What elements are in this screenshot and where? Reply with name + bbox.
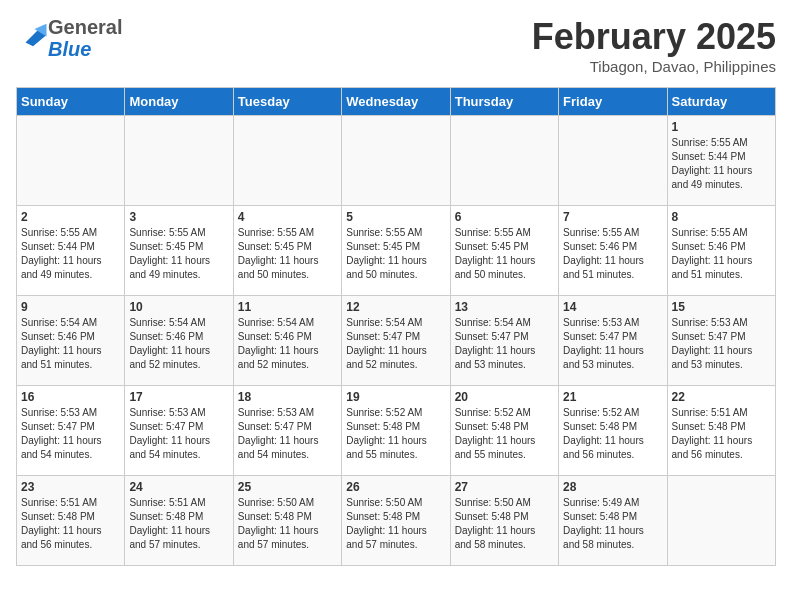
column-header-wednesday: Wednesday bbox=[342, 88, 450, 116]
day-info: Sunrise: 5:53 AM Sunset: 5:47 PM Dayligh… bbox=[21, 406, 120, 462]
logo: General Blue bbox=[16, 16, 122, 60]
day-cell: 17Sunrise: 5:53 AM Sunset: 5:47 PM Dayli… bbox=[125, 386, 233, 476]
column-header-friday: Friday bbox=[559, 88, 667, 116]
day-info: Sunrise: 5:51 AM Sunset: 5:48 PM Dayligh… bbox=[129, 496, 228, 552]
day-cell: 14Sunrise: 5:53 AM Sunset: 5:47 PM Dayli… bbox=[559, 296, 667, 386]
day-number: 25 bbox=[238, 480, 337, 494]
day-info: Sunrise: 5:55 AM Sunset: 5:46 PM Dayligh… bbox=[563, 226, 662, 282]
calendar-header: SundayMondayTuesdayWednesdayThursdayFrid… bbox=[17, 88, 776, 116]
day-number: 7 bbox=[563, 210, 662, 224]
column-header-saturday: Saturday bbox=[667, 88, 775, 116]
day-number: 27 bbox=[455, 480, 554, 494]
day-number: 15 bbox=[672, 300, 771, 314]
day-cell bbox=[125, 116, 233, 206]
day-info: Sunrise: 5:55 AM Sunset: 5:44 PM Dayligh… bbox=[672, 136, 771, 192]
month-title: February 2025 bbox=[532, 16, 776, 58]
day-info: Sunrise: 5:55 AM Sunset: 5:45 PM Dayligh… bbox=[455, 226, 554, 282]
calendar-body: 1Sunrise: 5:55 AM Sunset: 5:44 PM Daylig… bbox=[17, 116, 776, 566]
day-cell bbox=[233, 116, 341, 206]
day-info: Sunrise: 5:50 AM Sunset: 5:48 PM Dayligh… bbox=[238, 496, 337, 552]
day-number: 2 bbox=[21, 210, 120, 224]
day-info: Sunrise: 5:50 AM Sunset: 5:48 PM Dayligh… bbox=[455, 496, 554, 552]
day-cell: 26Sunrise: 5:50 AM Sunset: 5:48 PM Dayli… bbox=[342, 476, 450, 566]
day-info: Sunrise: 5:49 AM Sunset: 5:48 PM Dayligh… bbox=[563, 496, 662, 552]
day-number: 17 bbox=[129, 390, 228, 404]
day-cell: 23Sunrise: 5:51 AM Sunset: 5:48 PM Dayli… bbox=[17, 476, 125, 566]
day-number: 16 bbox=[21, 390, 120, 404]
day-info: Sunrise: 5:51 AM Sunset: 5:48 PM Dayligh… bbox=[672, 406, 771, 462]
day-cell bbox=[17, 116, 125, 206]
day-cell bbox=[342, 116, 450, 206]
day-info: Sunrise: 5:55 AM Sunset: 5:45 PM Dayligh… bbox=[238, 226, 337, 282]
day-number: 13 bbox=[455, 300, 554, 314]
day-cell: 4Sunrise: 5:55 AM Sunset: 5:45 PM Daylig… bbox=[233, 206, 341, 296]
day-cell bbox=[559, 116, 667, 206]
logo-blue: Blue bbox=[48, 38, 91, 60]
day-number: 19 bbox=[346, 390, 445, 404]
day-number: 12 bbox=[346, 300, 445, 314]
day-cell: 3Sunrise: 5:55 AM Sunset: 5:45 PM Daylig… bbox=[125, 206, 233, 296]
day-cell bbox=[667, 476, 775, 566]
day-number: 8 bbox=[672, 210, 771, 224]
day-info: Sunrise: 5:53 AM Sunset: 5:47 PM Dayligh… bbox=[672, 316, 771, 372]
day-cell: 8Sunrise: 5:55 AM Sunset: 5:46 PM Daylig… bbox=[667, 206, 775, 296]
day-info: Sunrise: 5:51 AM Sunset: 5:48 PM Dayligh… bbox=[21, 496, 120, 552]
day-info: Sunrise: 5:52 AM Sunset: 5:48 PM Dayligh… bbox=[563, 406, 662, 462]
day-cell: 19Sunrise: 5:52 AM Sunset: 5:48 PM Dayli… bbox=[342, 386, 450, 476]
day-info: Sunrise: 5:54 AM Sunset: 5:46 PM Dayligh… bbox=[238, 316, 337, 372]
column-header-tuesday: Tuesday bbox=[233, 88, 341, 116]
day-info: Sunrise: 5:53 AM Sunset: 5:47 PM Dayligh… bbox=[563, 316, 662, 372]
week-row-1: 1Sunrise: 5:55 AM Sunset: 5:44 PM Daylig… bbox=[17, 116, 776, 206]
day-cell: 2Sunrise: 5:55 AM Sunset: 5:44 PM Daylig… bbox=[17, 206, 125, 296]
day-number: 3 bbox=[129, 210, 228, 224]
logo-icon bbox=[18, 20, 48, 50]
location-subtitle: Tibagon, Davao, Philippines bbox=[532, 58, 776, 75]
day-cell: 6Sunrise: 5:55 AM Sunset: 5:45 PM Daylig… bbox=[450, 206, 558, 296]
day-number: 4 bbox=[238, 210, 337, 224]
day-info: Sunrise: 5:50 AM Sunset: 5:48 PM Dayligh… bbox=[346, 496, 445, 552]
day-number: 23 bbox=[21, 480, 120, 494]
day-cell: 7Sunrise: 5:55 AM Sunset: 5:46 PM Daylig… bbox=[559, 206, 667, 296]
day-info: Sunrise: 5:54 AM Sunset: 5:47 PM Dayligh… bbox=[455, 316, 554, 372]
day-cell: 10Sunrise: 5:54 AM Sunset: 5:46 PM Dayli… bbox=[125, 296, 233, 386]
day-number: 21 bbox=[563, 390, 662, 404]
day-number: 26 bbox=[346, 480, 445, 494]
day-info: Sunrise: 5:53 AM Sunset: 5:47 PM Dayligh… bbox=[129, 406, 228, 462]
day-cell: 1Sunrise: 5:55 AM Sunset: 5:44 PM Daylig… bbox=[667, 116, 775, 206]
day-cell: 22Sunrise: 5:51 AM Sunset: 5:48 PM Dayli… bbox=[667, 386, 775, 476]
day-number: 18 bbox=[238, 390, 337, 404]
column-header-monday: Monday bbox=[125, 88, 233, 116]
day-cell: 25Sunrise: 5:50 AM Sunset: 5:48 PM Dayli… bbox=[233, 476, 341, 566]
day-info: Sunrise: 5:55 AM Sunset: 5:45 PM Dayligh… bbox=[346, 226, 445, 282]
week-row-3: 9Sunrise: 5:54 AM Sunset: 5:46 PM Daylig… bbox=[17, 296, 776, 386]
day-number: 24 bbox=[129, 480, 228, 494]
column-header-sunday: Sunday bbox=[17, 88, 125, 116]
day-info: Sunrise: 5:55 AM Sunset: 5:44 PM Dayligh… bbox=[21, 226, 120, 282]
day-number: 14 bbox=[563, 300, 662, 314]
day-cell: 18Sunrise: 5:53 AM Sunset: 5:47 PM Dayli… bbox=[233, 386, 341, 476]
logo-general: General bbox=[48, 16, 122, 38]
day-info: Sunrise: 5:52 AM Sunset: 5:48 PM Dayligh… bbox=[346, 406, 445, 462]
day-cell: 16Sunrise: 5:53 AM Sunset: 5:47 PM Dayli… bbox=[17, 386, 125, 476]
day-number: 10 bbox=[129, 300, 228, 314]
day-cell: 24Sunrise: 5:51 AM Sunset: 5:48 PM Dayli… bbox=[125, 476, 233, 566]
calendar-table: SundayMondayTuesdayWednesdayThursdayFrid… bbox=[16, 87, 776, 566]
day-cell: 11Sunrise: 5:54 AM Sunset: 5:46 PM Dayli… bbox=[233, 296, 341, 386]
day-info: Sunrise: 5:54 AM Sunset: 5:46 PM Dayligh… bbox=[21, 316, 120, 372]
day-info: Sunrise: 5:55 AM Sunset: 5:45 PM Dayligh… bbox=[129, 226, 228, 282]
day-cell: 27Sunrise: 5:50 AM Sunset: 5:48 PM Dayli… bbox=[450, 476, 558, 566]
day-number: 9 bbox=[21, 300, 120, 314]
title-block: February 2025 Tibagon, Davao, Philippine… bbox=[532, 16, 776, 75]
day-number: 28 bbox=[563, 480, 662, 494]
day-number: 22 bbox=[672, 390, 771, 404]
day-info: Sunrise: 5:53 AM Sunset: 5:47 PM Dayligh… bbox=[238, 406, 337, 462]
day-number: 6 bbox=[455, 210, 554, 224]
week-row-2: 2Sunrise: 5:55 AM Sunset: 5:44 PM Daylig… bbox=[17, 206, 776, 296]
day-info: Sunrise: 5:54 AM Sunset: 5:46 PM Dayligh… bbox=[129, 316, 228, 372]
week-row-4: 16Sunrise: 5:53 AM Sunset: 5:47 PM Dayli… bbox=[17, 386, 776, 476]
column-header-thursday: Thursday bbox=[450, 88, 558, 116]
day-number: 1 bbox=[672, 120, 771, 134]
day-cell: 21Sunrise: 5:52 AM Sunset: 5:48 PM Dayli… bbox=[559, 386, 667, 476]
day-cell: 28Sunrise: 5:49 AM Sunset: 5:48 PM Dayli… bbox=[559, 476, 667, 566]
day-number: 20 bbox=[455, 390, 554, 404]
